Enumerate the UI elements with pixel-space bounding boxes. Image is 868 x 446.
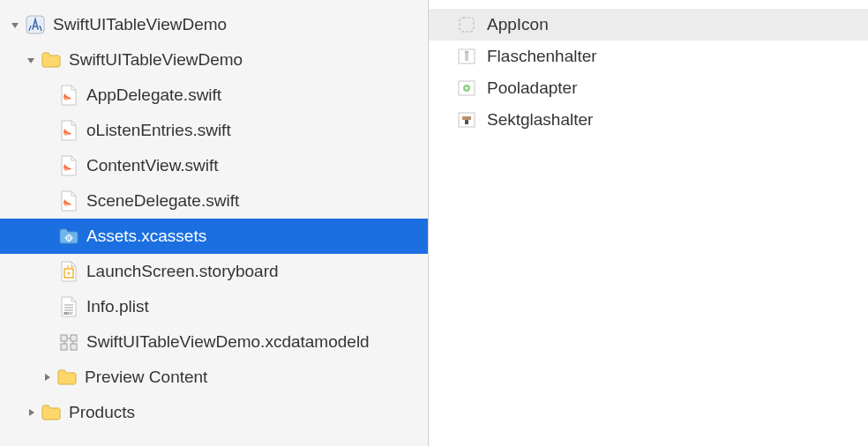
svg-point-3 [68, 272, 71, 275]
navigator-row-xcassets[interactable]: Assets.xcassets [0, 219, 428, 254]
asset-row-image[interactable]: Sektglashalter [429, 104, 868, 136]
asset-row-image[interactable]: Pooladapter [429, 72, 868, 104]
navigator-row-group[interactable]: Preview Content [0, 360, 428, 395]
storyboard-file-icon [58, 261, 79, 282]
swift-file-icon [58, 120, 79, 141]
navigator-row-label: SwiftUITableViewDemo [53, 15, 227, 34]
asset-catalog-outline[interactable]: AppIcon Flaschenhalter Pooladapter [429, 0, 868, 446]
svg-rect-9 [61, 335, 67, 341]
navigator-row-file[interactable]: LaunchScreen.storyboard [0, 254, 428, 289]
svg-rect-21 [462, 116, 471, 120]
disclosure-triangle-right-icon[interactable] [39, 369, 55, 385]
plist-file-icon: PLIST [58, 296, 79, 317]
navigator-row-file[interactable]: oListenEntries.swift [0, 113, 428, 148]
svg-rect-12 [71, 344, 77, 350]
asset-row-appicon[interactable]: AppIcon [429, 9, 868, 41]
appicon-placeholder-icon [457, 15, 476, 34]
disclosure-triangle-down-icon[interactable] [7, 17, 23, 33]
svg-point-16 [465, 51, 469, 53]
disclosure-triangle-right-icon[interactable] [23, 405, 39, 420]
navigator-row-file[interactable]: AppDelegate.swift [0, 78, 428, 113]
navigator-row-label: SwiftUITableViewDemo.xcdatamodeld [86, 332, 370, 352]
svg-point-19 [466, 87, 468, 90]
asset-row-image[interactable]: Flaschenhalter [429, 41, 868, 72]
svg-text:PLIST: PLIST [64, 312, 74, 316]
navigator-row-group[interactable]: SwiftUITableViewDemo [0, 42, 428, 78]
folder-icon [41, 402, 62, 423]
navigator-row-label: LaunchScreen.storyboard [86, 262, 279, 281]
asset-row-label: Sektglashalter [487, 110, 593, 130]
asset-row-label: AppIcon [487, 15, 549, 34]
navigator-row-file[interactable]: SwiftUITableViewDemo.xcdatamodeld [0, 324, 428, 360]
swift-file-icon [58, 190, 79, 212]
navigator-row-group[interactable]: Products [0, 395, 428, 430]
svg-rect-10 [71, 335, 77, 341]
svg-rect-11 [61, 344, 67, 350]
navigator-row-file[interactable]: PLIST Info.plist [0, 289, 428, 324]
navigator-row-file[interactable]: SceneDelegate.swift [0, 183, 428, 219]
navigator-row-label: ContentView.swift [86, 156, 219, 175]
imageset-thumbnail-icon [457, 47, 476, 66]
asset-row-label: Flaschenhalter [487, 47, 597, 66]
swift-file-icon [58, 85, 79, 106]
navigator-row-label: oListenEntries.swift [86, 121, 231, 140]
imageset-thumbnail-icon [457, 78, 476, 98]
svg-rect-22 [465, 120, 468, 124]
navigator-row-label: Products [69, 403, 135, 422]
navigator-row-label: Assets.xcassets [86, 227, 206, 246]
navigator-row-label: AppDelegate.swift [86, 85, 221, 105]
xcassets-folder-icon [58, 226, 79, 247]
folder-icon [56, 367, 78, 388]
navigator-row-label: Preview Content [85, 368, 207, 387]
navigator-row-label: Info.plist [86, 297, 149, 316]
project-navigator[interactable]: SwiftUITableViewDemo SwiftUITableViewDem… [0, 0, 429, 446]
navigator-row-project[interactable]: SwiftUITableViewDemo [0, 7, 428, 42]
swift-file-icon [58, 155, 79, 176]
xcode-project-icon [25, 14, 46, 35]
navigator-row-file[interactable]: ContentView.swift [0, 148, 428, 183]
navigator-row-label: SwiftUITableViewDemo [69, 50, 243, 70]
imageset-thumbnail-icon [457, 110, 476, 130]
folder-icon [41, 49, 62, 71]
coredata-model-icon [58, 331, 79, 353]
svg-rect-13 [460, 18, 474, 32]
svg-rect-15 [465, 52, 468, 61]
disclosure-triangle-down-icon[interactable] [23, 52, 39, 68]
navigator-row-label: SceneDelegate.swift [86, 191, 239, 211]
asset-row-label: Pooladapter [487, 78, 577, 98]
